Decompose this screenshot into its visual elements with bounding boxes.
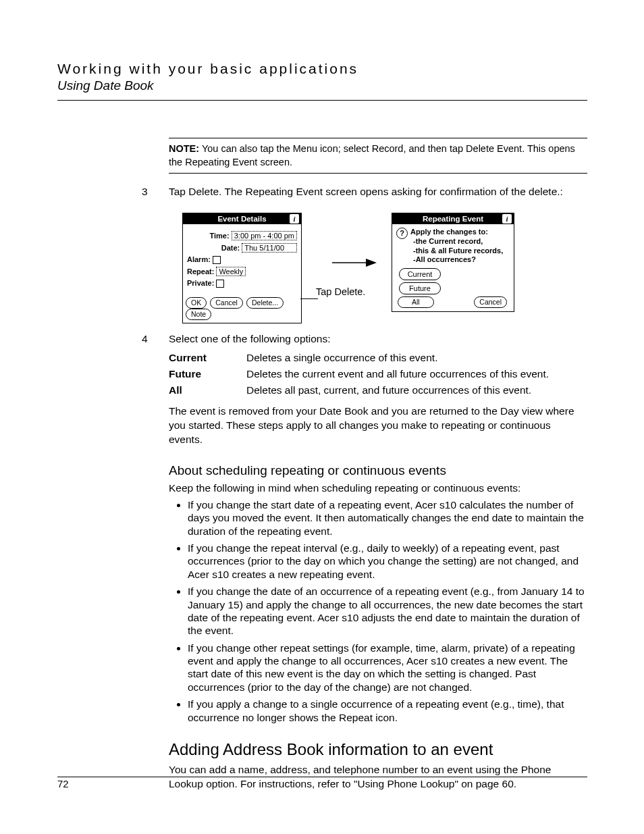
event-details-dialog: Event Details i Time: 3:00 pm - 4:00 pm …	[182, 213, 302, 323]
option-key: All	[169, 384, 246, 396]
future-button[interactable]: Future	[399, 282, 441, 294]
svg-marker-1	[366, 259, 377, 267]
current-button[interactable]: Current	[399, 268, 441, 280]
callout-line	[300, 298, 318, 299]
time-label: Time:	[210, 232, 230, 240]
date-label: Date:	[221, 244, 240, 252]
list-item: If you change other repeat settings (for…	[188, 642, 587, 694]
option-val: Deletes the current event and all future…	[246, 368, 587, 380]
step-number: 3	[142, 186, 169, 198]
figure: Event Details i Time: 3:00 pm - 4:00 pm …	[169, 213, 587, 321]
private-label: Private:	[187, 279, 214, 287]
note-button[interactable]: Note	[186, 309, 211, 320]
time-field[interactable]: 3:00 pm - 4:00 pm	[232, 231, 297, 240]
prompt-line: -All occurrences?	[410, 255, 503, 265]
all-button[interactable]: All	[398, 296, 434, 308]
note-text: You can also tap the Menu icon; select R…	[169, 143, 575, 167]
page-number: 72	[57, 778, 69, 789]
tips-list: If you change the start date of a repeat…	[169, 498, 587, 724]
info-icon[interactable]: i	[502, 214, 512, 224]
list-item: If you change the start date of a repeat…	[188, 498, 587, 538]
cancel-button[interactable]: Cancel	[210, 297, 243, 309]
header-subtitle: Using Date Book	[57, 78, 587, 93]
info-icon[interactable]: i	[290, 214, 299, 224]
footer-rule	[57, 777, 587, 777]
option-val: Deletes all past, current, and future oc…	[246, 384, 587, 396]
ok-button[interactable]: OK	[186, 297, 207, 309]
option-val: Deletes a single occurrence of this even…	[246, 352, 587, 364]
repeat-field[interactable]: Weekly	[216, 267, 246, 276]
list-item: If you change the repeat interval (e.g.,…	[188, 542, 587, 581]
arrow-icon	[331, 256, 378, 269]
option-key: Current	[169, 352, 246, 364]
section-heading: Adding Address Book information to an ev…	[169, 740, 587, 759]
list-item: If you apply a change to a single occurr…	[188, 698, 587, 724]
cancel-button[interactable]: Cancel	[474, 296, 507, 308]
step-number: 4	[142, 333, 169, 345]
private-checkbox[interactable]	[216, 280, 224, 288]
prompt-line: Apply the changes to:	[410, 228, 503, 237]
note-label: NOTE:	[169, 143, 199, 154]
dialog-title: Event Details	[217, 215, 266, 223]
step-text: Tap Delete. The Repeating Event screen o…	[169, 186, 587, 198]
repeat-label: Repeat:	[187, 267, 214, 276]
step-text: Select one of the following options:	[169, 333, 587, 345]
dialog-title: Repeating Event	[423, 215, 483, 223]
note-block: NOTE: You can also tap the Menu icon; se…	[169, 138, 587, 174]
alarm-checkbox[interactable]	[213, 256, 221, 264]
paragraph: Keep the following in mind when scheduli…	[169, 482, 587, 494]
question-icon: ?	[396, 228, 408, 239]
header-title: Working with your basic applications	[57, 61, 587, 77]
delete-button[interactable]: Delete...	[246, 297, 284, 309]
prompt-line: -this & all Future records,	[410, 246, 503, 256]
list-item: If you change the date of an occurrence …	[188, 585, 587, 637]
prompt-line: -the Current record,	[410, 237, 503, 246]
repeating-event-dialog: Repeating Event i ? Apply the changes to…	[392, 213, 514, 312]
option-key: Future	[169, 368, 246, 380]
date-field[interactable]: Thu 5/11/00	[242, 243, 297, 253]
paragraph: The event is removed from your Date Book…	[169, 405, 587, 447]
subheading: About scheduling repeating or continuous…	[169, 463, 587, 478]
alarm-label: Alarm:	[187, 255, 211, 263]
callout-label: Tap Delete.	[316, 286, 365, 297]
